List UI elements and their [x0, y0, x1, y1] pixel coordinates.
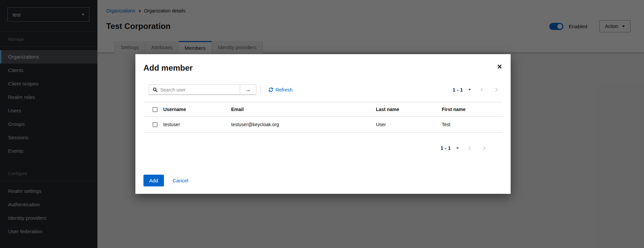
- chevron-left-icon: [468, 146, 473, 150]
- refresh-label: Refresh: [275, 87, 293, 93]
- search-submit-button[interactable]: →: [240, 85, 256, 95]
- pagination-range: 1 - 1: [453, 87, 463, 93]
- chevron-down-icon: [456, 147, 459, 149]
- table-row: testuser testuser@keycloak.org User Test: [143, 117, 503, 133]
- chevron-right-icon: [481, 146, 486, 150]
- column-header-username: Username: [163, 102, 231, 117]
- row-checkbox[interactable]: [153, 122, 158, 127]
- cell-first-name: Test: [442, 117, 503, 133]
- next-page-button[interactable]: [482, 147, 485, 150]
- column-header-last-name: Last name: [376, 102, 442, 117]
- pagination-top: 1 - 1: [453, 87, 497, 93]
- toolbar-divider: [260, 86, 261, 94]
- select-all-checkbox[interactable]: [153, 107, 158, 112]
- refresh-icon: [269, 87, 273, 92]
- add-button[interactable]: Add: [143, 175, 164, 186]
- pagination-bottom: 1 - 1: [143, 145, 485, 151]
- refresh-button[interactable]: Refresh: [269, 87, 293, 93]
- add-member-modal: Add member × → Refresh 1 - 1: [135, 54, 511, 194]
- search-group: →: [149, 84, 256, 95]
- cell-last-name: User: [376, 117, 442, 133]
- modal-toolbar: → Refresh 1 - 1: [143, 84, 503, 95]
- chevron-right-icon: [493, 87, 498, 92]
- prev-page-button[interactable]: [469, 147, 472, 150]
- members-table: Username Email Last name First name test…: [143, 102, 503, 133]
- next-page-button[interactable]: [494, 88, 497, 91]
- chevron-left-icon: [480, 87, 485, 92]
- column-header-email: Email: [231, 102, 376, 117]
- chevron-down-icon: [468, 89, 471, 91]
- cell-username: testuser: [163, 117, 231, 133]
- modal-footer: Add Cancel: [143, 175, 188, 186]
- prev-page-button[interactable]: [481, 88, 484, 91]
- close-icon[interactable]: ×: [497, 63, 502, 70]
- pagination-range: 1 - 1: [440, 145, 451, 151]
- search-input[interactable]: [160, 87, 240, 93]
- pagination-dropdown[interactable]: [456, 147, 459, 149]
- cell-email: testuser@keycloak.org: [231, 117, 376, 133]
- column-header-first-name: First name: [442, 102, 503, 117]
- table-header-row: Username Email Last name First name: [143, 102, 503, 117]
- pagination-dropdown[interactable]: [468, 89, 471, 91]
- cancel-button[interactable]: Cancel: [173, 178, 188, 183]
- search-icon: [153, 87, 158, 92]
- modal-title: Add member: [143, 63, 503, 73]
